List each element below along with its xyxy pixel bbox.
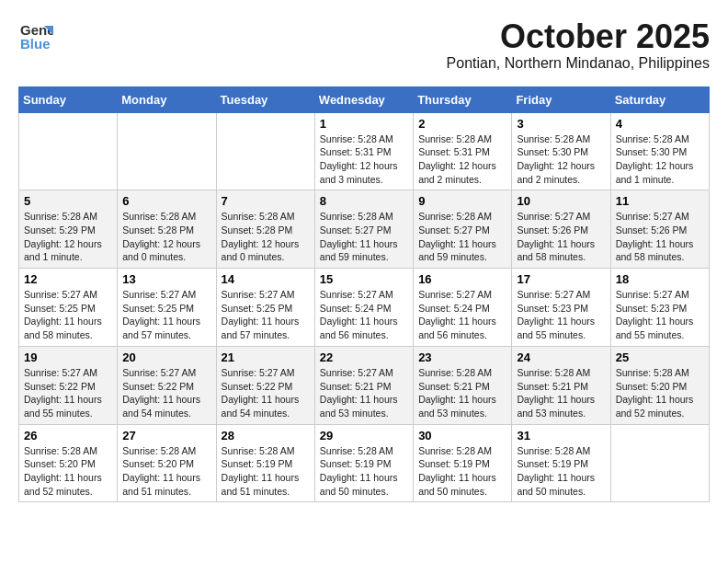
weekday-header: Friday (512, 86, 610, 112)
calendar-cell: 19Sunrise: 5:27 AM Sunset: 5:22 PM Dayli… (19, 346, 118, 424)
calendar-cell: 29Sunrise: 5:28 AM Sunset: 5:19 PM Dayli… (314, 424, 413, 502)
calendar-week-row: 5Sunrise: 5:28 AM Sunset: 5:29 PM Daylig… (19, 190, 710, 269)
calendar-cell: 11Sunrise: 5:27 AM Sunset: 5:26 PM Dayli… (610, 190, 709, 269)
weekday-header: Sunday (19, 86, 118, 112)
calendar-cell: 18Sunrise: 5:27 AM Sunset: 5:23 PM Dayli… (610, 269, 709, 347)
day-number: 13 (122, 272, 210, 286)
calendar-cell: 23Sunrise: 5:28 AM Sunset: 5:21 PM Dayli… (414, 346, 512, 424)
calendar-cell: 3Sunrise: 5:28 AM Sunset: 5:30 PM Daylig… (512, 112, 610, 190)
location: Pontian, Northern Mindanao, Philippines (447, 55, 710, 72)
calendar-cell: 31Sunrise: 5:28 AM Sunset: 5:19 PM Dayli… (512, 424, 610, 502)
calendar-cell: 10Sunrise: 5:27 AM Sunset: 5:26 PM Dayli… (512, 190, 610, 269)
day-info: Sunrise: 5:27 AM Sunset: 5:25 PM Dayligh… (122, 288, 210, 342)
day-number: 8 (320, 194, 408, 208)
day-number: 3 (517, 117, 605, 131)
day-info: Sunrise: 5:28 AM Sunset: 5:30 PM Dayligh… (517, 132, 605, 187)
day-info: Sunrise: 5:28 AM Sunset: 5:20 PM Dayligh… (122, 444, 210, 499)
day-number: 29 (320, 429, 408, 442)
calendar-cell: 12Sunrise: 5:27 AM Sunset: 5:25 PM Dayli… (19, 269, 118, 347)
day-number: 9 (418, 194, 506, 208)
day-info: Sunrise: 5:28 AM Sunset: 5:31 PM Dayligh… (320, 132, 408, 187)
day-info: Sunrise: 5:28 AM Sunset: 5:29 PM Dayligh… (24, 210, 112, 264)
calendar-cell: 27Sunrise: 5:28 AM Sunset: 5:20 PM Dayli… (118, 424, 216, 502)
day-number: 22 (320, 350, 408, 364)
day-number: 20 (122, 350, 210, 364)
day-number: 24 (517, 350, 605, 364)
month-title: October 2025 (447, 18, 710, 55)
day-info: Sunrise: 5:27 AM Sunset: 5:26 PM Dayligh… (616, 210, 704, 264)
calendar-cell: 22Sunrise: 5:27 AM Sunset: 5:21 PM Dayli… (314, 346, 413, 424)
day-number: 31 (517, 429, 605, 442)
day-info: Sunrise: 5:27 AM Sunset: 5:24 PM Dayligh… (418, 288, 506, 342)
day-info: Sunrise: 5:27 AM Sunset: 5:22 PM Dayligh… (222, 366, 310, 420)
day-number: 7 (222, 194, 310, 208)
day-info: Sunrise: 5:27 AM Sunset: 5:23 PM Dayligh… (616, 288, 704, 342)
day-number: 14 (222, 272, 310, 286)
calendar-cell: 14Sunrise: 5:27 AM Sunset: 5:25 PM Dayli… (216, 269, 314, 347)
calendar-week-row: 26Sunrise: 5:28 AM Sunset: 5:20 PM Dayli… (19, 424, 710, 502)
day-number: 12 (24, 272, 112, 286)
calendar-cell: 24Sunrise: 5:28 AM Sunset: 5:21 PM Dayli… (512, 346, 610, 424)
day-info: Sunrise: 5:28 AM Sunset: 5:19 PM Dayligh… (320, 444, 408, 499)
calendar-cell: 25Sunrise: 5:28 AM Sunset: 5:20 PM Dayli… (610, 346, 709, 424)
day-info: Sunrise: 5:27 AM Sunset: 5:23 PM Dayligh… (517, 288, 605, 342)
calendar-cell (19, 112, 118, 190)
day-info: Sunrise: 5:28 AM Sunset: 5:20 PM Dayligh… (616, 366, 704, 420)
weekday-header-row: SundayMondayTuesdayWednesdayThursdayFrid… (19, 86, 710, 112)
weekday-header: Monday (118, 86, 216, 112)
calendar-cell (610, 424, 709, 502)
day-number: 1 (320, 117, 408, 131)
day-info: Sunrise: 5:27 AM Sunset: 5:25 PM Dayligh… (222, 288, 310, 342)
day-info: Sunrise: 5:27 AM Sunset: 5:22 PM Dayligh… (24, 366, 112, 420)
calendar-cell: 20Sunrise: 5:27 AM Sunset: 5:22 PM Dayli… (118, 346, 216, 424)
calendar-table: SundayMondayTuesdayWednesdayThursdayFrid… (18, 86, 710, 503)
day-info: Sunrise: 5:28 AM Sunset: 5:27 PM Dayligh… (320, 210, 408, 264)
day-number: 28 (222, 429, 310, 442)
weekday-header: Wednesday (314, 86, 413, 112)
calendar-cell: 9Sunrise: 5:28 AM Sunset: 5:27 PM Daylig… (414, 190, 512, 269)
day-info: Sunrise: 5:28 AM Sunset: 5:30 PM Dayligh… (616, 132, 704, 187)
calendar-cell: 26Sunrise: 5:28 AM Sunset: 5:20 PM Dayli… (19, 424, 118, 502)
calendar-cell: 6Sunrise: 5:28 AM Sunset: 5:28 PM Daylig… (118, 190, 216, 269)
logo: General Blue (18, 18, 53, 57)
day-number: 16 (418, 272, 506, 286)
day-info: Sunrise: 5:28 AM Sunset: 5:19 PM Dayligh… (517, 444, 605, 499)
day-info: Sunrise: 5:28 AM Sunset: 5:21 PM Dayligh… (517, 366, 605, 420)
day-info: Sunrise: 5:28 AM Sunset: 5:21 PM Dayligh… (418, 366, 506, 420)
day-info: Sunrise: 5:28 AM Sunset: 5:31 PM Dayligh… (418, 132, 506, 187)
page-header: General Blue October 2025 Pontian, North… (18, 18, 710, 72)
day-info: Sunrise: 5:27 AM Sunset: 5:26 PM Dayligh… (517, 210, 605, 264)
calendar-cell: 8Sunrise: 5:28 AM Sunset: 5:27 PM Daylig… (314, 190, 413, 269)
day-number: 2 (418, 117, 506, 131)
day-number: 10 (517, 194, 605, 208)
day-number: 26 (24, 429, 112, 442)
day-number: 15 (320, 272, 408, 286)
weekday-header: Tuesday (216, 86, 314, 112)
calendar-week-row: 1Sunrise: 5:28 AM Sunset: 5:31 PM Daylig… (19, 112, 710, 190)
day-number: 19 (24, 350, 112, 364)
day-number: 27 (122, 429, 210, 442)
title-block: October 2025 Pontian, Northern Mindanao,… (447, 18, 710, 72)
day-info: Sunrise: 5:28 AM Sunset: 5:28 PM Dayligh… (122, 210, 210, 264)
day-number: 4 (616, 117, 704, 131)
day-number: 5 (24, 194, 112, 208)
weekday-header: Thursday (414, 86, 512, 112)
day-number: 17 (517, 272, 605, 286)
day-info: Sunrise: 5:27 AM Sunset: 5:22 PM Dayligh… (122, 366, 210, 420)
day-info: Sunrise: 5:27 AM Sunset: 5:24 PM Dayligh… (320, 288, 408, 342)
calendar-cell: 30Sunrise: 5:28 AM Sunset: 5:19 PM Dayli… (414, 424, 512, 502)
calendar-cell (216, 112, 314, 190)
day-number: 18 (616, 272, 704, 286)
logo-icon: General Blue (18, 18, 53, 57)
day-info: Sunrise: 5:27 AM Sunset: 5:21 PM Dayligh… (320, 366, 408, 420)
calendar-cell: 15Sunrise: 5:27 AM Sunset: 5:24 PM Dayli… (314, 269, 413, 347)
day-number: 25 (616, 350, 704, 364)
calendar-cell: 28Sunrise: 5:28 AM Sunset: 5:19 PM Dayli… (216, 424, 314, 502)
day-info: Sunrise: 5:28 AM Sunset: 5:27 PM Dayligh… (418, 210, 506, 264)
svg-text:Blue: Blue (20, 36, 51, 52)
calendar-cell: 7Sunrise: 5:28 AM Sunset: 5:28 PM Daylig… (216, 190, 314, 269)
calendar-week-row: 12Sunrise: 5:27 AM Sunset: 5:25 PM Dayli… (19, 269, 710, 347)
day-info: Sunrise: 5:28 AM Sunset: 5:28 PM Dayligh… (222, 210, 310, 264)
calendar-week-row: 19Sunrise: 5:27 AM Sunset: 5:22 PM Dayli… (19, 346, 710, 424)
weekday-header: Saturday (610, 86, 709, 112)
